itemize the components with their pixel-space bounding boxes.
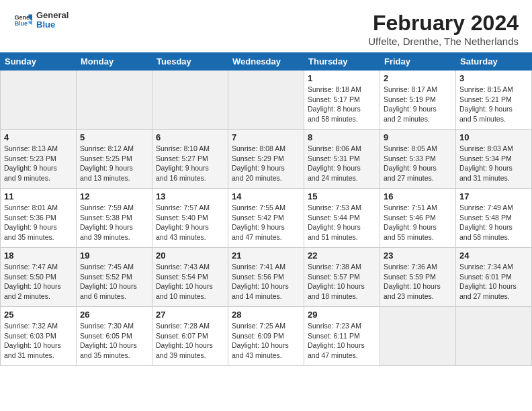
calendar-cell: 3Sunrise: 8:15 AM Sunset: 5:21 PM Daylig… bbox=[456, 71, 532, 130]
title-block: February 2024 Uffelte, Drenthe, The Neth… bbox=[368, 11, 519, 47]
day-number: 11 bbox=[4, 191, 73, 201]
calendar-cell: 25Sunrise: 7:32 AM Sunset: 6:03 PM Dayli… bbox=[1, 307, 77, 366]
day-number: 15 bbox=[308, 191, 376, 201]
calendar-cell bbox=[77, 71, 152, 130]
calendar-cell: 28Sunrise: 7:25 AM Sunset: 6:09 PM Dayli… bbox=[228, 307, 304, 366]
calendar-cell: 7Sunrise: 8:08 AM Sunset: 5:29 PM Daylig… bbox=[228, 130, 304, 189]
calendar-cell: 27Sunrise: 7:28 AM Sunset: 6:07 PM Dayli… bbox=[152, 307, 228, 366]
weekday-header: Tuesday bbox=[152, 53, 228, 71]
logo: General Blue General Blue bbox=[13, 11, 69, 30]
calendar-cell: 2Sunrise: 8:17 AM Sunset: 5:19 PM Daylig… bbox=[380, 71, 456, 130]
calendar-cell: 26Sunrise: 7:30 AM Sunset: 6:05 PM Dayli… bbox=[77, 307, 152, 366]
calendar-cell: 6Sunrise: 8:10 AM Sunset: 5:27 PM Daylig… bbox=[152, 130, 228, 189]
day-number: 4 bbox=[4, 132, 73, 142]
day-info: Sunrise: 7:30 AM Sunset: 6:05 PM Dayligh… bbox=[80, 321, 148, 361]
day-info: Sunrise: 7:55 AM Sunset: 5:42 PM Dayligh… bbox=[232, 203, 300, 242]
calendar-cell: 10Sunrise: 8:03 AM Sunset: 5:34 PM Dayli… bbox=[456, 130, 532, 189]
day-number: 21 bbox=[232, 250, 300, 261]
day-number: 10 bbox=[459, 132, 528, 142]
location: Uffelte, Drenthe, The Netherlands bbox=[368, 36, 519, 47]
day-info: Sunrise: 8:06 AM Sunset: 5:31 PM Dayligh… bbox=[308, 144, 376, 183]
calendar-cell bbox=[380, 307, 456, 366]
calendar-week: 4Sunrise: 8:13 AM Sunset: 5:23 PM Daylig… bbox=[1, 130, 532, 189]
day-info: Sunrise: 7:25 AM Sunset: 6:09 PM Dayligh… bbox=[232, 321, 300, 361]
logo-icon: General Blue bbox=[13, 11, 32, 30]
day-info: Sunrise: 7:49 AM Sunset: 5:48 PM Dayligh… bbox=[459, 203, 528, 242]
calendar-cell: 11Sunrise: 8:01 AM Sunset: 5:36 PM Dayli… bbox=[1, 189, 77, 248]
calendar-cell bbox=[228, 71, 304, 130]
day-number: 7 bbox=[232, 132, 300, 142]
day-number: 22 bbox=[308, 250, 376, 261]
calendar-cell: 17Sunrise: 7:49 AM Sunset: 5:48 PM Dayli… bbox=[456, 189, 532, 248]
logo-general: General bbox=[36, 11, 69, 20]
day-number: 3 bbox=[459, 73, 528, 83]
day-info: Sunrise: 7:47 AM Sunset: 5:50 PM Dayligh… bbox=[4, 262, 73, 302]
calendar-cell: 1Sunrise: 8:18 AM Sunset: 5:17 PM Daylig… bbox=[304, 71, 380, 130]
day-number: 16 bbox=[384, 191, 452, 201]
day-info: Sunrise: 8:05 AM Sunset: 5:33 PM Dayligh… bbox=[384, 144, 452, 183]
day-number: 26 bbox=[80, 310, 148, 320]
svg-marker-3 bbox=[28, 21, 32, 26]
day-number: 12 bbox=[80, 191, 148, 201]
calendar-cell: 8Sunrise: 8:06 AM Sunset: 5:31 PM Daylig… bbox=[304, 130, 380, 189]
day-info: Sunrise: 8:03 AM Sunset: 5:34 PM Dayligh… bbox=[459, 144, 528, 183]
calendar-cell: 19Sunrise: 7:45 AM Sunset: 5:52 PM Dayli… bbox=[77, 248, 152, 307]
calendar-cell bbox=[1, 71, 77, 130]
day-number: 13 bbox=[156, 191, 224, 201]
day-info: Sunrise: 7:41 AM Sunset: 5:56 PM Dayligh… bbox=[232, 262, 300, 302]
day-info: Sunrise: 7:23 AM Sunset: 6:11 PM Dayligh… bbox=[308, 321, 376, 361]
day-info: Sunrise: 7:45 AM Sunset: 5:52 PM Dayligh… bbox=[80, 262, 148, 302]
header: General Blue General Blue February 2024 … bbox=[0, 0, 532, 52]
day-info: Sunrise: 8:18 AM Sunset: 5:17 PM Dayligh… bbox=[308, 85, 376, 124]
day-info: Sunrise: 8:15 AM Sunset: 5:21 PM Dayligh… bbox=[459, 85, 528, 124]
day-info: Sunrise: 7:32 AM Sunset: 6:03 PM Dayligh… bbox=[4, 321, 73, 361]
calendar-cell: 22Sunrise: 7:38 AM Sunset: 5:57 PM Dayli… bbox=[304, 248, 380, 307]
weekday-header: Sunday bbox=[1, 53, 77, 71]
calendar-cell: 21Sunrise: 7:41 AM Sunset: 5:56 PM Dayli… bbox=[228, 248, 304, 307]
calendar-cell bbox=[456, 307, 532, 366]
svg-text:Blue: Blue bbox=[14, 21, 28, 28]
day-number: 24 bbox=[459, 250, 528, 261]
day-info: Sunrise: 8:10 AM Sunset: 5:27 PM Dayligh… bbox=[156, 144, 224, 183]
day-number: 9 bbox=[384, 132, 452, 142]
day-number: 23 bbox=[384, 250, 452, 261]
day-number: 28 bbox=[232, 310, 300, 320]
day-info: Sunrise: 7:28 AM Sunset: 6:07 PM Dayligh… bbox=[156, 321, 224, 361]
day-info: Sunrise: 8:12 AM Sunset: 5:25 PM Dayligh… bbox=[80, 144, 148, 183]
calendar-body: 1Sunrise: 8:18 AM Sunset: 5:17 PM Daylig… bbox=[1, 71, 532, 366]
day-info: Sunrise: 7:57 AM Sunset: 5:40 PM Dayligh… bbox=[156, 203, 224, 242]
day-info: Sunrise: 7:43 AM Sunset: 5:54 PM Dayligh… bbox=[156, 262, 224, 302]
month-year: February 2024 bbox=[368, 11, 519, 36]
calendar-cell: 9Sunrise: 8:05 AM Sunset: 5:33 PM Daylig… bbox=[380, 130, 456, 189]
calendar-week: 18Sunrise: 7:47 AM Sunset: 5:50 PM Dayli… bbox=[1, 248, 532, 307]
calendar: SundayMondayTuesdayWednesdayThursdayFrid… bbox=[0, 52, 532, 366]
logo-blue: Blue bbox=[36, 20, 69, 30]
calendar-cell: 20Sunrise: 7:43 AM Sunset: 5:54 PM Dayli… bbox=[152, 248, 228, 307]
calendar-header: SundayMondayTuesdayWednesdayThursdayFrid… bbox=[1, 53, 532, 71]
day-number: 1 bbox=[308, 73, 376, 83]
day-info: Sunrise: 8:01 AM Sunset: 5:36 PM Dayligh… bbox=[4, 203, 73, 242]
calendar-week: 11Sunrise: 8:01 AM Sunset: 5:36 PM Dayli… bbox=[1, 189, 532, 248]
calendar-cell: 12Sunrise: 7:59 AM Sunset: 5:38 PM Dayli… bbox=[77, 189, 152, 248]
weekday-header: Friday bbox=[380, 53, 456, 71]
calendar-cell: 13Sunrise: 7:57 AM Sunset: 5:40 PM Dayli… bbox=[152, 189, 228, 248]
day-number: 8 bbox=[308, 132, 376, 142]
calendar-cell: 23Sunrise: 7:36 AM Sunset: 5:59 PM Dayli… bbox=[380, 248, 456, 307]
calendar-cell: 16Sunrise: 7:51 AM Sunset: 5:46 PM Dayli… bbox=[380, 189, 456, 248]
weekday-header: Saturday bbox=[456, 53, 532, 71]
weekday-header: Thursday bbox=[304, 53, 380, 71]
day-info: Sunrise: 7:59 AM Sunset: 5:38 PM Dayligh… bbox=[80, 203, 148, 242]
day-info: Sunrise: 7:53 AM Sunset: 5:44 PM Dayligh… bbox=[308, 203, 376, 242]
day-number: 6 bbox=[156, 132, 224, 142]
day-number: 17 bbox=[459, 191, 528, 201]
calendar-cell bbox=[152, 71, 228, 130]
calendar-cell: 24Sunrise: 7:34 AM Sunset: 6:01 PM Dayli… bbox=[456, 248, 532, 307]
weekday-row: SundayMondayTuesdayWednesdayThursdayFrid… bbox=[1, 53, 532, 71]
day-info: Sunrise: 8:13 AM Sunset: 5:23 PM Dayligh… bbox=[4, 144, 73, 183]
calendar-cell: 4Sunrise: 8:13 AM Sunset: 5:23 PM Daylig… bbox=[1, 130, 77, 189]
day-info: Sunrise: 7:36 AM Sunset: 5:59 PM Dayligh… bbox=[384, 262, 452, 302]
day-number: 27 bbox=[156, 310, 224, 320]
calendar-cell: 5Sunrise: 8:12 AM Sunset: 5:25 PM Daylig… bbox=[77, 130, 152, 189]
day-number: 19 bbox=[80, 250, 148, 261]
day-info: Sunrise: 8:17 AM Sunset: 5:19 PM Dayligh… bbox=[384, 85, 452, 124]
